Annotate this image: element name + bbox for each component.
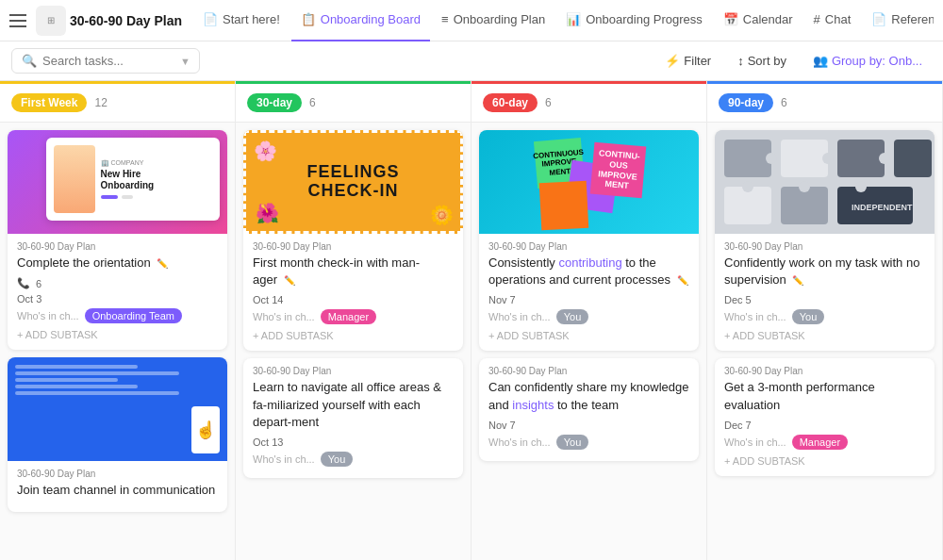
svg-point-9 — [766, 153, 777, 164]
due-date: Dec 7 — [724, 420, 925, 431]
app-logo: ⊞ — [36, 6, 66, 36]
task-card[interactable]: 🌸 FEELINGSCHECK-IN 🌼 🌺 30-60-90 Day Plan… — [243, 130, 463, 351]
due-date: Oct 3 — [17, 293, 218, 305]
svg-point-14 — [855, 181, 867, 192]
card-plan-label: 30-60-90 Day Plan — [488, 366, 689, 376]
add-subtask-button[interactable]: + ADD SUBTASK — [488, 328, 689, 343]
card-body: 30-60-90 Day Plan Get a 3-month performa… — [715, 358, 935, 475]
assignee-badge[interactable]: You — [556, 309, 589, 324]
who-label: Who's in ch... — [724, 436, 786, 448]
assignee-row: Who's in ch... You — [724, 309, 925, 324]
search-icon: 🔍 — [22, 54, 37, 68]
card-title: Confidently work on my task with no supe… — [724, 255, 925, 288]
who-label: Who's in ch... — [17, 310, 79, 321]
dropdown-icon[interactable]: ▼ — [180, 56, 190, 67]
task-card[interactable]: INDEPENDENT 30-60-90 Day Plan Confidentl… — [715, 130, 935, 351]
toolbar: 🔍 ▼ ⚡ Filter ↕ Sort by 👥 Group by: Onb..… — [0, 41, 943, 81]
references-icon: 📄 — [871, 12, 886, 26]
card-title: Learn to navigate all office areas & fa-… — [253, 379, 454, 431]
who-label: Who's in ch... — [253, 453, 315, 465]
tab-plan[interactable]: ≡ Onboarding Plan — [432, 0, 554, 41]
card-title: Can confidently share my knowledge and i… — [488, 379, 689, 413]
column-badge: 90-day — [719, 93, 773, 112]
card-body: 30-60-90 Day Plan Consistently contribut… — [479, 234, 699, 351]
svg-rect-3 — [837, 140, 885, 177]
card-body: 30-60-90 Day Plan Join team channel in c… — [8, 461, 227, 512]
add-subtask-button[interactable]: + ADD SUBTASK — [724, 328, 925, 343]
tab-chat[interactable]: # Chat — [804, 0, 861, 41]
tab-references[interactable]: 📄 References — [862, 0, 934, 41]
search-box[interactable]: 🔍 ▼ — [11, 48, 200, 74]
card-title: Consistently contributing to the operati… — [488, 255, 689, 288]
top-navigation: ⊞ 30-60-90 Day Plan 📄 Start here! 📋 Onbo… — [0, 0, 943, 41]
column-count: 6 — [781, 96, 787, 109]
add-subtask-button[interactable]: + ADD SUBTASK — [724, 453, 925, 469]
task-card[interactable]: 🏢 COMPANY New HireOnboarding 30-60-90 Da… — [8, 130, 227, 350]
column-header: First Week 12 — [0, 84, 235, 123]
card-body: 30-60-90 Day Plan Complete the orientati… — [8, 234, 227, 350]
due-date: Dec 5 — [724, 294, 925, 305]
tab-board[interactable]: 📋 Onboarding Board — [291, 0, 430, 41]
card-plan-label: 30-60-90 Day Plan — [488, 241, 689, 252]
card-image: ☝️ — [8, 357, 227, 461]
column-30-day: 30-day 6 🌸 FEELINGSCHECK-IN 🌼 🌺 30-60-90… — [236, 81, 472, 560]
column-header: 90-day 6 — [707, 84, 942, 123]
assignee-badge[interactable]: You — [556, 435, 589, 450]
card-image: 🏢 COMPANY New HireOnboarding — [8, 130, 227, 234]
task-card[interactable]: 30-60-90 Day Plan Learn to navigate all … — [243, 358, 463, 478]
search-input[interactable] — [42, 54, 174, 68]
card-plan-label: 30-60-90 Day Plan — [724, 366, 925, 376]
who-label: Who's in ch... — [253, 311, 315, 322]
tab-calendar[interactable]: 📅 Calendar — [714, 0, 802, 41]
card-plan-label: 30-60-90 Day Plan — [724, 241, 925, 252]
tab-start[interactable]: 📄 Start here! — [193, 0, 290, 41]
hamburger-menu[interactable] — [9, 9, 32, 32]
assignee-row: Who's in ch... You — [488, 435, 689, 450]
card-title: First month check-in with man-ager ✏️ — [253, 255, 454, 288]
sort-button[interactable]: ↕ Sort by — [728, 49, 796, 73]
svg-rect-2 — [781, 140, 828, 177]
assignee-badge[interactable]: You — [321, 452, 354, 467]
column-first-week: First Week 12 🏢 COMPANY New HireOnboardi… — [0, 81, 236, 560]
column-count: 6 — [545, 96, 552, 109]
cards-area: CONTINUOUSIMPROVEMENT CONTINU-OUSIMPROVE… — [472, 123, 706, 560]
card-body: 30-60-90 Day Plan First month check-in w… — [243, 234, 463, 351]
card-body: 30-60-90 Day Plan Can confidently share … — [479, 358, 699, 460]
assignee-badge[interactable]: Manager — [321, 309, 376, 324]
calendar-icon: 📅 — [723, 12, 738, 26]
due-date: Oct 13 — [253, 436, 454, 448]
card-plan-label: 30-60-90 Day Plan — [253, 241, 454, 252]
card-body: 30-60-90 Day Plan Confidently work on my… — [715, 234, 935, 351]
svg-point-13 — [799, 181, 810, 192]
card-image: CONTINUOUSIMPROVEMENT CONTINU-OUSIMPROVE… — [479, 130, 699, 234]
nav-tabs: 📄 Start here! 📋 Onboarding Board ≡ Onboa… — [193, 0, 934, 41]
column-count: 12 — [94, 96, 107, 109]
svg-point-11 — [879, 153, 890, 164]
due-date: Nov 7 — [488, 420, 689, 431]
filter-button[interactable]: ⚡ Filter — [655, 49, 720, 73]
group-button[interactable]: 👥 Group by: Onb... — [803, 49, 932, 73]
group-icon: 👥 — [813, 54, 828, 68]
column-header: 30-day 6 — [236, 84, 471, 123]
tab-progress[interactable]: 📊 Onboarding Progress — [556, 0, 712, 41]
cards-area: 🌸 FEELINGSCHECK-IN 🌼 🌺 30-60-90 Day Plan… — [236, 123, 471, 560]
svg-rect-4 — [894, 140, 932, 177]
card-plan-label: 30-60-90 Day Plan — [253, 366, 454, 376]
cards-area: 🏢 COMPANY New HireOnboarding 30-60-90 Da… — [0, 123, 235, 560]
svg-rect-1 — [724, 140, 771, 177]
who-label: Who's in ch... — [724, 311, 786, 322]
card-body: 30-60-90 Day Plan Learn to navigate all … — [243, 358, 463, 478]
add-subtask-button[interactable]: + ADD SUBTASK — [253, 328, 454, 343]
assignee-badge[interactable]: Onboarding Team — [85, 308, 182, 323]
card-title: Join team channel in communication — [17, 482, 218, 499]
add-subtask-button[interactable]: + ADD SUBTASK — [17, 327, 218, 342]
task-card[interactable]: ☝️ 30-60-90 Day Plan Join team channel i… — [8, 357, 227, 512]
card-plan-label: 30-60-90 Day Plan — [17, 469, 218, 479]
task-card[interactable]: 30-60-90 Day Plan Can confidently share … — [479, 358, 699, 460]
assignee-badge[interactable]: Manager — [792, 435, 848, 450]
task-card[interactable]: CONTINUOUSIMPROVEMENT CONTINU-OUSIMPROVE… — [479, 130, 699, 351]
plan-icon: ≡ — [441, 12, 449, 26]
task-card[interactable]: 30-60-90 Day Plan Get a 3-month performa… — [715, 358, 935, 475]
assignee-row: Who's in ch... You — [488, 309, 689, 324]
assignee-badge[interactable]: You — [792, 309, 825, 324]
